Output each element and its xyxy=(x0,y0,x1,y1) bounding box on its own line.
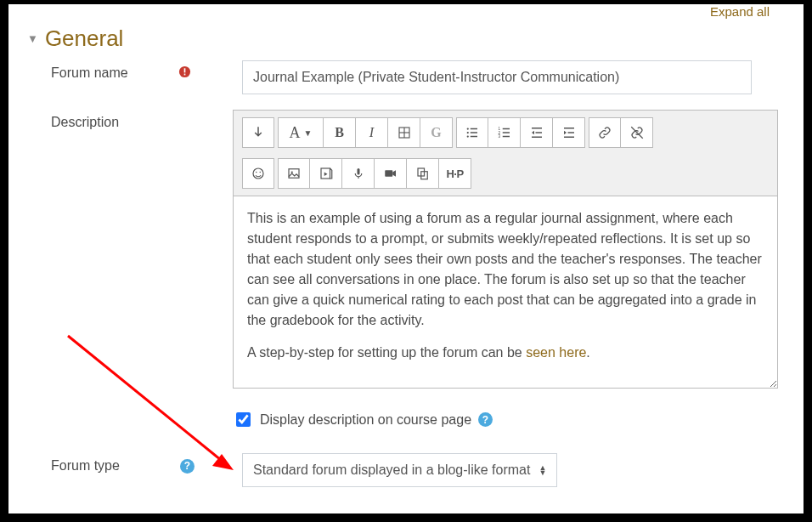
indent-button[interactable] xyxy=(553,117,585,148)
toolbar-toggle-button[interactable] xyxy=(242,117,274,148)
seen-here-link[interactable]: seen here xyxy=(526,345,586,360)
section-title: General xyxy=(45,26,124,52)
svg-point-26 xyxy=(256,172,257,173)
select-caret-icon: ▲▼ xyxy=(539,465,546,475)
description-text-p2-prefix: A step-by-step for setting up the forum … xyxy=(247,345,526,360)
display-description-label: Display description on course page xyxy=(260,412,471,428)
video-button[interactable] xyxy=(375,158,407,189)
media-button[interactable] xyxy=(310,158,342,189)
caret-down-icon: ▼ xyxy=(304,128,313,138)
forum-type-label: Forum type xyxy=(51,458,120,474)
required-icon xyxy=(178,65,191,81)
help-icon[interactable]: ? xyxy=(478,412,493,427)
description-text-p2-suffix: . xyxy=(586,345,589,360)
italic-button[interactable]: I xyxy=(356,117,388,148)
outdent-button[interactable] xyxy=(521,117,553,148)
svg-rect-1 xyxy=(184,68,186,72)
help-icon[interactable]: ? xyxy=(180,459,195,474)
grade-button[interactable]: G xyxy=(420,117,453,148)
numbered-list-button[interactable]: 123 xyxy=(488,117,521,148)
svg-rect-2 xyxy=(184,74,186,76)
expand-all-link[interactable]: Expand all xyxy=(710,4,770,19)
svg-text:3: 3 xyxy=(498,134,500,139)
forum-type-value: Standard forum displayed in a blog-like … xyxy=(253,462,530,478)
bullet-list-button[interactable] xyxy=(456,117,488,148)
svg-rect-31 xyxy=(357,168,359,175)
description-textarea[interactable]: This is an example of using a forum as a… xyxy=(234,196,777,388)
description-text-p1: This is an example of using a forum as a… xyxy=(247,211,762,327)
image-button[interactable] xyxy=(278,158,310,189)
forum-name-label: Forum name xyxy=(51,65,128,81)
display-description-checkbox[interactable] xyxy=(236,412,251,427)
h5p-button[interactable]: H·P xyxy=(439,158,471,189)
forum-name-input[interactable] xyxy=(242,60,752,94)
font-style-button[interactable]: A▼ xyxy=(278,117,324,148)
svg-rect-32 xyxy=(385,170,392,177)
bold-button[interactable]: B xyxy=(324,117,356,148)
svg-point-27 xyxy=(260,172,262,173)
emoji-button[interactable] xyxy=(242,158,274,189)
svg-point-6 xyxy=(467,128,469,129)
chevron-down-icon: ▼ xyxy=(27,32,38,45)
grid-button[interactable] xyxy=(388,117,420,148)
link-button[interactable] xyxy=(589,117,621,148)
editor-toolbar: A▼ B I G xyxy=(234,111,777,196)
svg-point-7 xyxy=(467,132,469,133)
manage-files-button[interactable] xyxy=(407,158,439,189)
rich-text-editor: A▼ B I G xyxy=(233,110,778,389)
unlink-button[interactable] xyxy=(621,117,653,148)
section-general-header[interactable]: ▼ General xyxy=(27,26,804,52)
forum-type-select[interactable]: Standard forum displayed in a blog-like … xyxy=(242,453,557,487)
svg-point-8 xyxy=(467,135,469,137)
microphone-button[interactable] xyxy=(342,158,375,189)
description-label: Description xyxy=(51,115,119,130)
svg-rect-28 xyxy=(289,169,299,179)
